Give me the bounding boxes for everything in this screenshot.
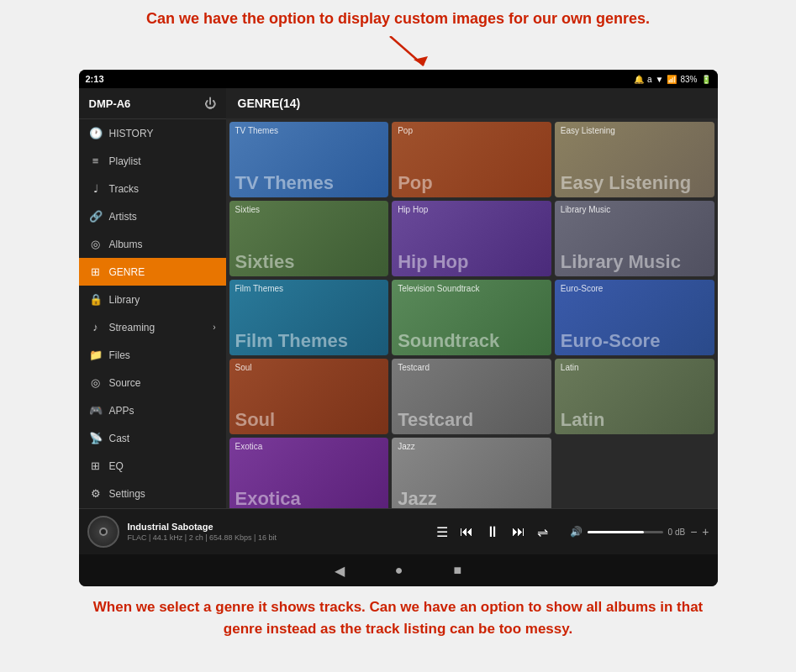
genre-card-hip-hop[interactable]: Hip Hop Hip Hop xyxy=(392,201,551,276)
sidebar: DMP-A6 ⏻ 🕐 HISTORY ≡ Playlist ♩ Tracks 🔗… xyxy=(79,88,226,508)
genre-card-soul[interactable]: Soul Soul xyxy=(229,359,389,434)
nav-home-button[interactable]: ● xyxy=(395,563,403,578)
genre-small-hip-hop: Hip Hop xyxy=(392,201,551,216)
genre-large-euro-score: Euro-Score xyxy=(555,332,714,355)
genre-large-easy-listening: Easy Listening xyxy=(555,174,714,197)
streaming-chevron: › xyxy=(213,323,215,332)
genre-large-film-themes: Film Themes xyxy=(229,332,389,355)
genre-card-sixties[interactable]: Sixties Sixties xyxy=(229,201,389,276)
genre-card-television-soundtrack[interactable]: Television Soundtrack Soundtrack xyxy=(392,280,551,355)
genre-small-euro-score: Euro-Score xyxy=(555,280,714,295)
arrow-container xyxy=(79,36,718,70)
sidebar-item-artists[interactable]: 🔗 Artists xyxy=(79,202,226,230)
device-frame: 2:13 🔔 a ▼ 📶 83% 🔋 DMP-A6 ⏻ 🕐 HISTORY ≡ … xyxy=(79,70,718,586)
main-area: DMP-A6 ⏻ 🕐 HISTORY ≡ Playlist ♩ Tracks 🔗… xyxy=(79,88,718,508)
eq-label: EQ xyxy=(109,460,124,472)
sidebar-item-streaming[interactable]: ♪ Streaming › xyxy=(79,313,226,341)
genre-card-testcard[interactable]: Testcard Testcard xyxy=(392,359,551,434)
sidebar-item-history[interactable]: 🕐 HISTORY xyxy=(79,119,226,147)
genre-large-jazz: Jazz xyxy=(392,490,551,508)
status-icons: 🔔 a ▼ 📶 83% 🔋 xyxy=(634,75,710,84)
history-label: HISTORY xyxy=(109,128,154,139)
album-art-inner xyxy=(99,528,108,536)
track-meta: FLAC | 44.1 kHz | 2 ch | 654.88 Kbps | 1… xyxy=(128,533,423,542)
sidebar-item-source[interactable]: ◎ Source xyxy=(79,369,226,396)
battery-icon: 🔋 xyxy=(701,75,711,84)
nav-square-button[interactable]: ■ xyxy=(454,563,462,578)
files-icon: 📁 xyxy=(89,349,103,361)
sidebar-header: DMP-A6 ⏻ xyxy=(79,88,226,119)
streaming-icon: ♪ xyxy=(89,321,103,333)
down-arrow-icon: ▼ xyxy=(656,75,664,84)
genre-small-jazz: Jazz xyxy=(392,438,551,453)
genre-small-latin: Latin xyxy=(555,359,714,374)
genre-label: GENRE xyxy=(109,266,145,278)
sidebar-item-cast[interactable]: 📡 Cast xyxy=(79,424,226,452)
genre-card-tv-themes[interactable]: TV Themes TV Themes xyxy=(229,122,389,197)
apps-label: APPs xyxy=(109,405,134,417)
playback-controls: ☰ ⏮ ⏸ ⏭ ⇌ xyxy=(436,523,548,541)
genre-small-sixties: Sixties xyxy=(229,201,389,216)
status-bar: 2:13 🔔 a ▼ 📶 83% 🔋 xyxy=(79,70,718,88)
albums-label: Albums xyxy=(109,239,143,250)
genre-large-latin: Latin xyxy=(555,411,714,434)
playlist-icon: ≡ xyxy=(89,155,103,167)
genre-card-pop[interactable]: Pop Pop xyxy=(392,122,551,197)
eq-icon: ⊞ xyxy=(89,459,103,472)
volume-db: 0 dB xyxy=(668,528,686,537)
sidebar-item-playlist[interactable]: ≡ Playlist xyxy=(79,147,226,175)
volume-section: 🔊 0 dB − + xyxy=(570,525,709,538)
power-icon[interactable]: ⏻ xyxy=(204,97,216,110)
genre-card-library-music[interactable]: Library Music Library Music xyxy=(555,201,714,276)
shuffle-button[interactable]: ⇌ xyxy=(537,524,548,540)
genre-card-jazz[interactable]: Jazz Jazz xyxy=(392,438,551,508)
genre-small-tv-themes: TV Themes xyxy=(229,122,389,137)
volume-plus-button[interactable]: + xyxy=(702,525,709,538)
genre-small-easy-listening: Easy Listening xyxy=(555,122,714,137)
genre-icon: ⊞ xyxy=(89,265,103,278)
nav-back-button[interactable]: ◀ xyxy=(335,563,345,579)
sidebar-item-settings[interactable]: ⚙ Settings xyxy=(79,480,226,507)
prev-button[interactable]: ⏮ xyxy=(460,524,473,539)
settings-icon: ⚙ xyxy=(89,487,103,500)
tracks-label: Tracks xyxy=(109,183,140,195)
genre-card-film-themes[interactable]: Film Themes Film Themes xyxy=(229,280,389,355)
genre-small-testcard: Testcard xyxy=(392,359,551,374)
volume-minus-button[interactable]: − xyxy=(690,525,697,538)
settings-label: Settings xyxy=(109,488,145,500)
genre-card-exotica[interactable]: Exotica Exotica xyxy=(229,438,389,508)
cast-icon: 📡 xyxy=(89,432,103,444)
amazon-icon: a xyxy=(647,75,652,84)
genre-large-library-music: Library Music xyxy=(555,253,714,276)
volume-fill xyxy=(588,531,645,533)
next-button[interactable]: ⏭ xyxy=(512,524,525,539)
sidebar-item-genre[interactable]: ⊞ GENRE xyxy=(79,258,226,286)
playlist-label: Playlist xyxy=(109,155,141,167)
files-label: Files xyxy=(109,349,130,361)
sidebar-item-tracks[interactable]: ♩ Tracks xyxy=(79,175,226,202)
device-name: DMP-A6 xyxy=(89,97,131,110)
nav-bar: ◀ ● ■ xyxy=(79,554,718,586)
sidebar-item-library[interactable]: 🔒 Library xyxy=(79,286,226,313)
tracks-icon: ♩ xyxy=(89,182,103,195)
genre-card-easy-listening[interactable]: Easy Listening Easy Listening xyxy=(555,122,714,197)
sidebar-item-apps[interactable]: 🎮 APPs xyxy=(79,396,226,424)
genre-card-latin[interactable]: Latin Latin xyxy=(555,359,714,434)
history-icon: 🕐 xyxy=(89,127,103,139)
queue-button[interactable]: ☰ xyxy=(436,524,448,540)
genre-large-pop: Pop xyxy=(392,174,551,197)
library-label: Library xyxy=(109,294,140,306)
sidebar-item-albums[interactable]: ◎ Albums xyxy=(79,230,226,258)
annotation-top: Can we have the option to display custom… xyxy=(146,8,650,29)
genre-large-sixties: Sixties xyxy=(229,253,389,276)
volume-bar[interactable] xyxy=(588,531,663,533)
genre-large-soul: Soul xyxy=(229,411,389,434)
sidebar-item-eq[interactable]: ⊞ EQ xyxy=(79,452,226,480)
genre-small-soul: Soul xyxy=(229,359,389,374)
genre-large-exotica: Exotica xyxy=(229,490,389,508)
sidebar-item-files[interactable]: 📁 Files xyxy=(79,341,226,369)
genre-grid: TV Themes TV Themes Pop Pop Easy Listeni… xyxy=(226,118,718,508)
pause-button[interactable]: ⏸ xyxy=(485,523,500,541)
genre-card-euro-score[interactable]: Euro-Score Euro-Score xyxy=(555,280,714,355)
content-area: GENRE(14) TV Themes TV Themes Pop Pop Ea… xyxy=(226,88,718,508)
